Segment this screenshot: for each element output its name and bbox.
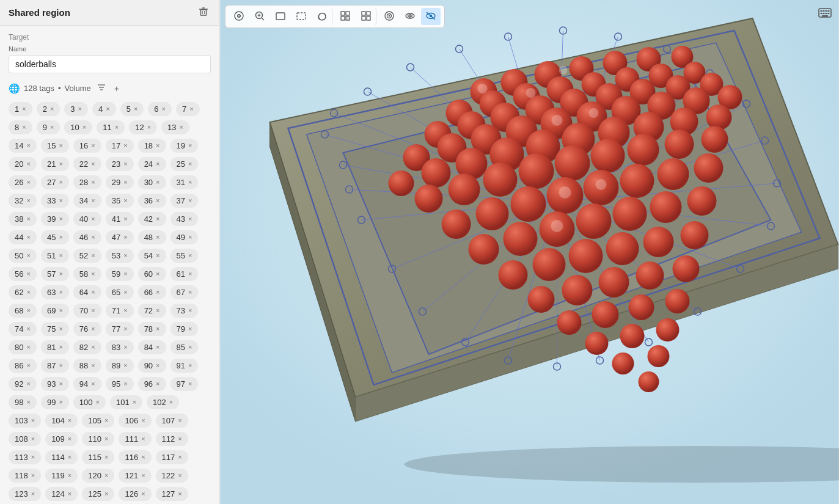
tag-remove-button[interactable]: × — [104, 417, 108, 424]
tag-remove-button[interactable]: × — [141, 454, 145, 461]
tag-remove-button[interactable]: × — [156, 161, 159, 167]
tag-remove-button[interactable]: × — [106, 106, 109, 112]
tag-remove-button[interactable]: × — [147, 124, 151, 131]
tag-remove-button[interactable]: × — [104, 454, 108, 461]
tag-remove-button[interactable]: × — [26, 216, 30, 222]
tag-remove-button[interactable]: × — [91, 307, 95, 314]
tag-remove-button[interactable]: × — [91, 142, 95, 149]
toolbar-zoom-select[interactable] — [250, 8, 269, 25]
tag-remove-button[interactable]: × — [188, 362, 192, 369]
toolbar-lasso[interactable] — [312, 8, 332, 25]
tag-remove-button[interactable]: × — [91, 289, 95, 296]
tag-remove-button[interactable]: × — [96, 399, 100, 406]
tag-remove-button[interactable]: × — [123, 179, 127, 186]
tag-remove-button[interactable]: × — [91, 161, 95, 167]
tag-remove-button[interactable]: × — [123, 161, 127, 167]
tag-remove-button[interactable]: × — [189, 106, 193, 112]
tag-remove-button[interactable]: × — [188, 381, 192, 387]
toolbar-dotted-rect[interactable] — [291, 8, 311, 25]
tag-remove-button[interactable]: × — [188, 216, 192, 222]
tag-remove-button[interactable]: × — [123, 344, 127, 351]
tag-remove-button[interactable]: × — [91, 381, 95, 387]
tag-remove-button[interactable]: × — [59, 179, 62, 186]
tag-remove-button[interactable]: × — [156, 326, 159, 332]
tag-remove-button[interactable]: × — [178, 472, 181, 479]
tag-remove-button[interactable]: × — [59, 362, 62, 369]
tag-remove-button[interactable]: × — [26, 142, 30, 149]
tag-remove-button[interactable]: × — [26, 362, 30, 369]
tag-remove-button[interactable]: × — [31, 472, 35, 479]
tag-remove-button[interactable]: × — [26, 326, 30, 332]
tag-remove-button[interactable]: × — [68, 454, 71, 461]
tag-remove-button[interactable]: × — [134, 106, 137, 112]
tag-remove-button[interactable]: × — [156, 252, 159, 259]
tag-remove-button[interactable]: × — [22, 124, 26, 131]
tag-remove-button[interactable]: × — [156, 271, 159, 277]
tag-remove-button[interactable]: × — [26, 234, 30, 241]
tag-remove-button[interactable]: × — [123, 271, 127, 277]
tag-remove-button[interactable]: × — [188, 307, 192, 314]
tag-remove-button[interactable]: × — [156, 344, 159, 351]
tag-remove-button[interactable]: × — [141, 491, 145, 497]
tag-remove-button[interactable]: × — [188, 197, 192, 204]
tag-remove-button[interactable]: × — [180, 124, 183, 131]
tag-remove-button[interactable]: × — [178, 491, 181, 497]
tag-remove-button[interactable]: × — [26, 179, 30, 186]
tag-remove-button[interactable]: × — [188, 142, 192, 149]
tag-remove-button[interactable]: × — [156, 197, 159, 204]
tag-remove-button[interactable]: × — [68, 491, 71, 497]
tag-remove-button[interactable]: × — [82, 124, 86, 131]
tag-remove-button[interactable]: × — [178, 417, 181, 424]
tag-remove-button[interactable]: × — [59, 326, 62, 332]
tag-remove-button[interactable]: × — [123, 381, 127, 387]
tag-remove-button[interactable]: × — [59, 289, 62, 296]
tag-remove-button[interactable]: × — [91, 197, 95, 204]
tag-remove-button[interactable]: × — [104, 491, 108, 497]
tag-remove-button[interactable]: × — [68, 436, 71, 442]
tag-remove-button[interactable]: × — [26, 271, 30, 277]
tag-remove-button[interactable]: × — [91, 344, 95, 351]
tag-remove-button[interactable]: × — [59, 197, 62, 204]
tag-remove-button[interactable]: × — [123, 326, 127, 332]
delete-button[interactable] — [196, 5, 211, 20]
tag-remove-button[interactable]: × — [59, 142, 62, 149]
tag-remove-button[interactable]: × — [59, 216, 62, 222]
tag-remove-button[interactable]: × — [123, 252, 127, 259]
resize-handle[interactable] — [217, 0, 219, 504]
tag-remove-button[interactable]: × — [50, 106, 54, 112]
tag-remove-button[interactable]: × — [162, 106, 166, 112]
tag-remove-button[interactable]: × — [59, 161, 62, 167]
tag-remove-button[interactable]: × — [123, 362, 127, 369]
tag-remove-button[interactable]: × — [59, 271, 62, 277]
tag-remove-button[interactable]: × — [188, 161, 192, 167]
tag-remove-button[interactable]: × — [22, 106, 26, 112]
toolbar-grid-view[interactable] — [356, 8, 376, 25]
tag-remove-button[interactable]: × — [91, 362, 95, 369]
tag-remove-button[interactable]: × — [133, 399, 136, 406]
tag-remove-button[interactable]: × — [156, 362, 159, 369]
tag-remove-button[interactable]: × — [59, 344, 62, 351]
tag-remove-button[interactable]: × — [178, 436, 181, 442]
tag-remove-button[interactable]: × — [91, 252, 95, 259]
tag-remove-button[interactable]: × — [31, 436, 35, 442]
name-input[interactable] — [9, 55, 211, 73]
keyboard-button[interactable] — [818, 7, 832, 21]
tag-remove-button[interactable]: × — [169, 399, 173, 406]
tag-remove-button[interactable]: × — [156, 234, 159, 241]
tag-remove-button[interactable]: × — [26, 307, 30, 314]
tag-remove-button[interactable]: × — [141, 472, 145, 479]
tag-remove-button[interactable]: × — [26, 289, 30, 296]
viewport[interactable] — [220, 0, 839, 504]
tag-remove-button[interactable]: × — [188, 289, 192, 296]
tag-remove-button[interactable]: × — [26, 197, 30, 204]
tag-remove-button[interactable]: × — [156, 289, 159, 296]
tag-remove-button[interactable]: × — [59, 234, 62, 241]
tag-remove-button[interactable]: × — [31, 417, 35, 424]
toolbar-view2[interactable] — [400, 8, 420, 25]
tag-remove-button[interactable]: × — [59, 399, 62, 406]
tag-remove-button[interactable]: × — [188, 252, 192, 259]
tag-remove-button[interactable]: × — [123, 216, 127, 222]
tag-remove-button[interactable]: × — [188, 179, 192, 186]
tag-remove-button[interactable]: × — [188, 271, 192, 277]
tag-remove-button[interactable]: × — [26, 344, 30, 351]
